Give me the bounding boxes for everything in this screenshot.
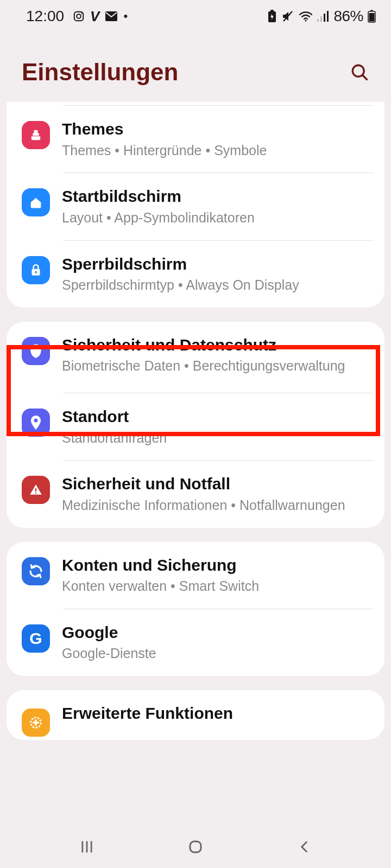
- item-subtitle: Standortanfragen: [62, 429, 374, 448]
- settings-item-location[interactable]: Standort Standortanfragen: [7, 393, 384, 460]
- settings-item-advanced-features[interactable]: Erweiterte Funktionen: [7, 690, 384, 740]
- settings-item-lockscreen[interactable]: Sperrbildschirm Sperrbildschirmtyp • Alw…: [7, 241, 384, 308]
- item-title: Standort: [62, 406, 374, 427]
- svg-rect-14: [369, 13, 375, 22]
- svg-rect-13: [370, 10, 373, 12]
- svg-rect-27: [33, 722, 39, 723]
- svg-point-2: [81, 13, 82, 14]
- nav-back-button[interactable]: [288, 836, 320, 858]
- svg-rect-21: [35, 272, 36, 273]
- svg-rect-11: [327, 11, 329, 22]
- item-subtitle: Sperrbildschirmtyp • Always On Display: [62, 276, 374, 295]
- svg-rect-10: [324, 14, 325, 22]
- settings-item-security-privacy[interactable]: Sicherheit und Datenschutz Biometrische …: [7, 322, 384, 388]
- svg-rect-24: [35, 493, 36, 494]
- signal-icon: [317, 11, 329, 22]
- shield-icon: [22, 337, 50, 365]
- location-pin-icon: [22, 409, 50, 437]
- settings-group-display: Themes Themes • Hintergründe • Symbole S…: [7, 102, 384, 308]
- nav-home-button[interactable]: [179, 836, 212, 858]
- item-subtitle: Medizinische Informationen • Notfallwarn…: [62, 496, 374, 515]
- svg-point-7: [305, 20, 307, 21]
- vinted-icon: V: [90, 8, 99, 25]
- settings-item-google[interactable]: G Google Google-Dienste: [7, 609, 384, 676]
- svg-rect-9: [320, 16, 322, 22]
- alert-icon: [22, 476, 50, 504]
- item-title: Sicherheit und Notfall: [62, 474, 374, 494]
- svg-rect-31: [190, 841, 201, 852]
- advanced-plus-icon: [22, 709, 50, 737]
- item-title: Sperrbildschirm: [62, 254, 374, 275]
- settings-item-accounts-backup[interactable]: Konten und Sicherung Konten verwalten • …: [7, 542, 384, 609]
- item-title: Sicherheit und Datenschutz: [62, 335, 374, 355]
- item-title: Google: [62, 622, 374, 643]
- status-time: 12:00: [26, 8, 64, 25]
- svg-point-1: [77, 14, 81, 18]
- battery-saver-icon: [267, 10, 277, 23]
- mute-icon: [281, 10, 294, 22]
- svg-point-22: [34, 419, 38, 423]
- settings-group-security: Sicherheit und Datenschutz Biometrische …: [7, 322, 384, 528]
- instagram-icon: [73, 10, 85, 22]
- item-subtitle: Google-Dienste: [62, 644, 374, 663]
- item-title: Erweiterte Funktionen: [62, 703, 374, 724]
- themes-icon: [22, 121, 50, 149]
- settings-item-themes[interactable]: Themes Themes • Hintergründe • Symbole: [7, 106, 384, 173]
- svg-rect-8: [317, 19, 319, 22]
- system-nav-bar: [0, 826, 391, 868]
- sync-icon: [22, 557, 50, 585]
- item-title: Konten und Sicherung: [62, 555, 374, 576]
- lock-icon: [22, 256, 50, 284]
- status-right: 86%: [267, 8, 376, 25]
- google-icon: G: [22, 624, 50, 653]
- nav-recents-button[interactable]: [71, 836, 103, 858]
- svg-rect-23: [35, 488, 36, 492]
- settings-header: Einstellungen: [0, 33, 391, 102]
- settings-group-advanced: Erweiterte Funktionen: [7, 690, 384, 740]
- svg-rect-5: [270, 10, 274, 11]
- page-title: Einstellungen: [22, 59, 178, 86]
- battery-icon: [368, 10, 376, 23]
- wifi-icon: [299, 11, 313, 22]
- svg-line-16: [363, 75, 367, 80]
- settings-item-homescreen[interactable]: Startbildschirm Layout • App-Symbolindik…: [7, 173, 384, 240]
- item-title: Themes: [62, 119, 374, 139]
- more-dot-icon: •: [123, 9, 128, 23]
- settings-item-emergency[interactable]: Sicherheit und Notfall Medizinische Info…: [7, 461, 384, 527]
- status-left: 12:00 V •: [26, 8, 128, 25]
- mail-icon: [105, 11, 118, 22]
- item-subtitle: Konten verwalten • Smart Switch: [62, 577, 374, 596]
- home-icon: [22, 188, 50, 216]
- item-subtitle: Biometrische Daten • Berechtigungsverwal…: [62, 357, 374, 375]
- settings-group-accounts: Konten und Sicherung Konten verwalten • …: [7, 542, 384, 676]
- search-button[interactable]: [348, 60, 371, 84]
- item-title: Startbildschirm: [62, 186, 374, 207]
- item-subtitle: Themes • Hintergründe • Symbole: [62, 142, 374, 160]
- item-subtitle: Layout • App-Symbolindikatoren: [62, 209, 374, 227]
- svg-rect-18: [33, 133, 39, 136]
- battery-percentage: 86%: [333, 8, 363, 25]
- status-bar: 12:00 V • 86%: [0, 0, 391, 33]
